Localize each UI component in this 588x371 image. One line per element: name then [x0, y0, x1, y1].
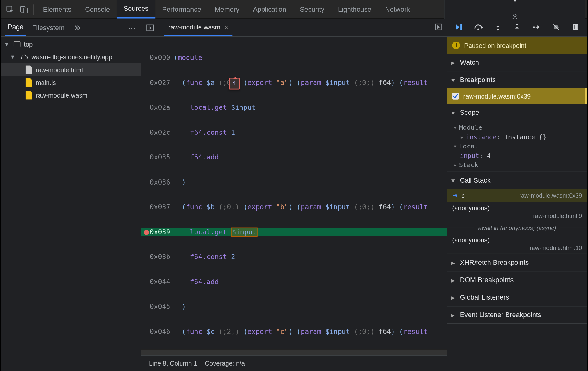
chevron-right-icon: ▸ — [451, 311, 457, 319]
step-button[interactable] — [531, 23, 543, 32]
callstack-fn: b — [461, 192, 465, 199]
gutter-offset: 0x045 — [141, 303, 172, 311]
status-position: Line 8, Column 1 — [149, 360, 197, 367]
gutter-offset: 0x046 — [141, 328, 172, 336]
tree-file-wasm[interactable]: raw-module.wasm — [1, 89, 141, 101]
inspect-element-icon[interactable] — [3, 3, 17, 16]
scope-stack-header[interactable]: ▸Stack — [447, 160, 587, 170]
callstack-frame[interactable]: (anonymous) raw-module.html:10 — [447, 234, 587, 254]
chevron-right-icon: ▸ — [451, 293, 457, 302]
tree-domain[interactable]: ▾ wasm-dbg-stories.netlify.app — [1, 50, 141, 63]
gutter-offset: 0x035 — [141, 153, 172, 161]
section-breakpoints[interactable]: ▾ Breakpoints — [447, 71, 587, 88]
callstack-fn: (anonymous) — [452, 236, 490, 244]
section-scope[interactable]: ▾ Scope — [447, 104, 587, 121]
gutter-offset: 0x02a — [141, 103, 172, 112]
section-global-label: Global Listeners — [460, 294, 509, 301]
close-tab-icon[interactable]: × — [225, 23, 228, 31]
section-watch-label: Watch — [460, 59, 479, 66]
tree-file-wasm-label: raw-module.wasm — [36, 92, 87, 99]
gutter-offset: 0x02c — [141, 128, 172, 136]
deactivate-breakpoints-button[interactable] — [550, 23, 562, 32]
svg-point-3 — [513, 14, 516, 17]
chevron-right-icon: ▸ — [451, 276, 457, 284]
callstack-loc: raw-module.html:9 — [533, 212, 582, 219]
frame-icon — [14, 41, 20, 47]
section-xhr[interactable]: ▸XHR/fetch Breakpoints — [447, 254, 587, 271]
breakpoint-marker[interactable] — [144, 230, 149, 235]
gutter-offset: 0x039 — [141, 228, 172, 236]
breakpoint-item[interactable]: raw-module.wasm:0x39 — [447, 88, 587, 104]
tree-top-label: top — [24, 41, 33, 48]
section-scope-label: Scope — [460, 109, 479, 116]
step-out-button[interactable] — [511, 23, 523, 32]
section-dom[interactable]: ▸DOM Breakpoints — [447, 271, 587, 289]
device-toolbar-icon[interactable] — [17, 3, 31, 16]
tab-security[interactable]: Security — [293, 0, 331, 19]
settings-icon[interactable] — [508, 0, 521, 5]
current-frame-icon: ➔ — [452, 192, 458, 199]
tab-application[interactable]: Application — [246, 0, 293, 19]
tab-sources[interactable]: Sources — [117, 0, 156, 19]
svg-rect-13 — [577, 24, 578, 29]
paused-banner: i Paused on breakpoint — [447, 37, 587, 54]
section-global[interactable]: ▸Global Listeners — [447, 289, 587, 306]
editor-tab[interactable]: raw-module.wasm × — [164, 19, 233, 36]
scope-input[interactable]: input: 4 — [447, 151, 587, 160]
callstack-frame[interactable]: ➔ b raw-module.wasm:0x39 — [447, 189, 587, 202]
gutter-offset: 0x027 — [141, 78, 172, 87]
horizontal-scrollbar[interactable] — [141, 349, 447, 355]
tab-network[interactable]: Network — [378, 0, 417, 19]
tab-memory[interactable]: Memory — [208, 0, 246, 19]
tab-lighthouse[interactable]: Lighthouse — [331, 0, 378, 19]
chevron-down-icon: ▾ — [11, 53, 16, 61]
section-xhr-label: XHR/fetch Breakpoints — [460, 259, 529, 266]
svg-rect-2 — [24, 8, 27, 13]
run-snippet-icon[interactable] — [434, 23, 443, 33]
pause-exceptions-button[interactable] — [570, 23, 582, 32]
scope-instance[interactable]: ▸instance: Instance {} — [447, 132, 587, 142]
editor-tab-label: raw-module.wasm — [169, 23, 220, 31]
section-callstack[interactable]: ▾ Call Stack — [447, 172, 587, 189]
step-into-button[interactable] — [492, 23, 504, 32]
gutter-offset: 0x044 — [141, 278, 172, 286]
cloud-icon — [20, 54, 28, 60]
breakpoint-checkbox[interactable] — [452, 93, 459, 99]
svg-rect-7 — [460, 24, 462, 30]
tree-file-html[interactable]: raw-module.html — [1, 63, 141, 76]
section-event[interactable]: ▸Event Listener Breakpoints — [447, 306, 587, 323]
file-icon — [26, 91, 32, 100]
info-icon: i — [452, 42, 460, 49]
resume-button[interactable] — [453, 23, 465, 32]
callstack-async-divider: await in (anonymous) (async) — [447, 222, 587, 234]
tab-elements[interactable]: Elements — [36, 0, 78, 19]
chevron-right-icon: ▸ — [451, 258, 457, 267]
code-editor[interactable]: 0x000(module 0x027 (func $a (;0;) (expor… — [141, 37, 447, 349]
callstack-loc: raw-module.html:10 — [530, 244, 582, 251]
scope-local-header[interactable]: ▾Local — [447, 142, 587, 151]
tree-domain-label: wasm-dbg-stories.netlify.app — [31, 53, 112, 61]
scope-module-header[interactable]: ▾Module — [447, 123, 587, 133]
tree-file-js[interactable]: main.js — [1, 76, 141, 89]
nav-tab-filesystem[interactable]: Filesystem — [29, 19, 67, 36]
nav-tab-overflow[interactable] — [73, 24, 81, 31]
toggle-navigator-icon[interactable] — [144, 21, 157, 34]
section-breakpoints-label: Breakpoints — [460, 76, 496, 84]
nav-more-icon[interactable]: ⋯ — [128, 23, 137, 33]
step-over-button[interactable] — [472, 23, 484, 32]
breakpoint-item-label: raw-module.wasm:0x39 — [463, 93, 531, 100]
callstack-fn: (anonymous) — [452, 204, 490, 212]
chevron-right-icon: ▸ — [451, 58, 457, 67]
section-event-label: Event Listener Breakpoints — [460, 311, 541, 319]
tab-performance[interactable]: Performance — [155, 0, 208, 19]
tab-console[interactable]: Console — [78, 0, 117, 19]
file-icon — [26, 78, 32, 87]
file-icon — [26, 65, 32, 74]
svg-point-10 — [516, 24, 518, 25]
section-watch[interactable]: ▸ Watch — [447, 54, 587, 71]
hover-value-tooltip: 4 — [229, 78, 240, 89]
callstack-frame[interactable]: (anonymous) raw-module.html:9 — [447, 202, 587, 222]
tree-file-js-label: main.js — [36, 79, 56, 86]
tree-top[interactable]: ▾ top — [1, 38, 141, 50]
nav-tab-page[interactable]: Page — [5, 19, 26, 36]
